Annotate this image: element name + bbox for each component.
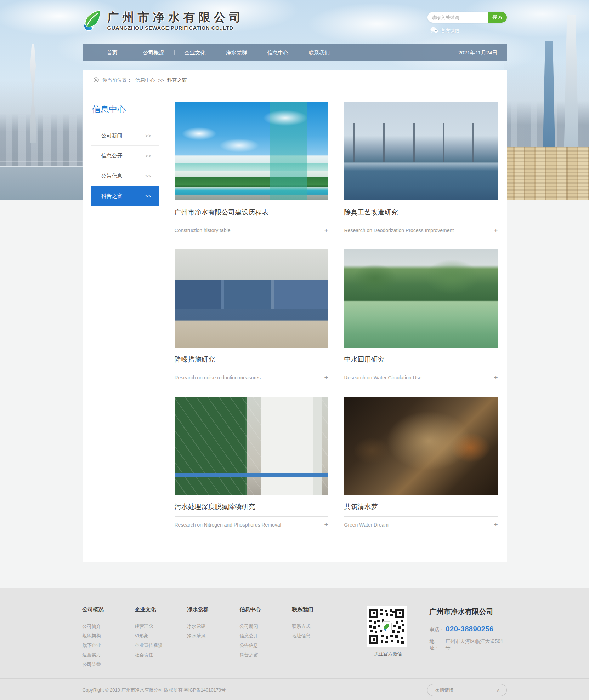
current-date: 2021年11月24日 <box>458 50 498 56</box>
card-subtitle-row[interactable]: Research on Water Circulation Use + <box>344 374 498 381</box>
plus-icon[interactable]: + <box>494 521 498 528</box>
article-card: 共筑清水梦 Green Water Dream + <box>344 397 498 528</box>
sidebar-item-info-disclosure[interactable]: 信息公开 >> <box>91 146 159 166</box>
article-card-grid: 广州市净水有限公司建设历程表 Construction history tabl… <box>175 102 498 528</box>
chevron-up-icon: ∧ <box>497 687 500 693</box>
friendly-links-dropdown[interactable]: 友情链接 ∧ <box>427 684 507 696</box>
official-wechat-link[interactable]: 官方微信 <box>427 27 507 34</box>
sidebar-title: 信息中心 <box>92 104 159 115</box>
sidebar-item-label: 信息公开 <box>101 153 123 159</box>
nav-item-company-profile[interactable]: 公司概况 <box>133 50 174 56</box>
company-headquarters-photo[interactable] <box>175 102 328 200</box>
footer-link[interactable]: 运营实力 <box>83 650 135 660</box>
card-subtitle-row[interactable]: Construction history table + <box>175 227 328 234</box>
card-subtitle-row[interactable]: Green Water Dream + <box>344 521 498 528</box>
sidebar-item-announcements[interactable]: 公告信息 >> <box>91 166 159 186</box>
card-subtitle-row[interactable]: Research on Nitrogen and Phosphorus Remo… <box>175 521 328 528</box>
card-subtitle: Research on Deodorization Process Improv… <box>344 228 454 233</box>
card-title[interactable]: 降噪措施研究 <box>175 355 328 369</box>
footer-column-party-group: 净水党群 净水党建 净水清风 <box>187 606 240 641</box>
site-footer: 公司概况 公司简介 组织架构 旗下企业 运营实力 公司荣誉 企业文化 经营理念 … <box>0 588 589 678</box>
footer-link[interactable]: 净水清风 <box>187 631 240 641</box>
address-value: 广州市天河区临江大道501号 <box>445 638 506 651</box>
location-pin-icon <box>93 77 99 84</box>
footer-link[interactable]: 科普之窗 <box>240 650 292 660</box>
plus-icon[interactable]: + <box>494 374 498 381</box>
double-chevron-right-icon: >> <box>145 194 151 199</box>
wechat-label: 官方微信 <box>441 28 459 34</box>
card-subtitle: Construction history table <box>175 228 231 233</box>
company-logo[interactable]: 广州市净水有限公司 GUANGZHOU SEWAGE PURIFICATION … <box>83 9 244 33</box>
canton-tower-antenna <box>33 12 33 45</box>
breadcrumb-current-page[interactable]: 科普之窗 <box>167 77 187 84</box>
breadcrumb-info-center-link[interactable]: 信息中心 <box>135 77 155 84</box>
wechat-qr-block: 关注官方微信 <box>367 606 410 657</box>
sidebar-item-label: 公告信息 <box>101 173 123 179</box>
plus-icon[interactable]: + <box>324 374 328 381</box>
plus-icon[interactable]: + <box>324 227 328 234</box>
friendly-links-label: 友情链接 <box>435 687 454 693</box>
sidebar-item-label: 科普之窗 <box>101 193 123 200</box>
footer-link[interactable]: 社会责任 <box>135 650 187 660</box>
nav-item-contact-us[interactable]: 联系我们 <box>299 50 340 56</box>
deodorization-plant-photo[interactable] <box>344 102 498 200</box>
footer-link[interactable]: 公告信息 <box>240 641 292 650</box>
green-pond-photo[interactable] <box>344 249 498 348</box>
children-playing-in-water-photo[interactable] <box>344 397 498 495</box>
plus-icon[interactable]: + <box>494 227 498 234</box>
banner-skyline-scene <box>504 0 589 200</box>
wechat-qr-code <box>367 606 407 647</box>
footer-link[interactable]: 公司新闻 <box>240 621 292 631</box>
footer-link[interactable]: 地址信息 <box>292 631 345 641</box>
double-chevron-right-icon: >> <box>145 133 151 138</box>
footer-link[interactable]: 公司简介 <box>83 621 135 631</box>
search-input[interactable] <box>427 12 488 23</box>
footer-link[interactable]: 组织架构 <box>83 631 135 641</box>
footer-link[interactable]: 旗下企业 <box>83 641 135 650</box>
footer-link[interactable]: 经营理念 <box>135 621 187 631</box>
card-subtitle-row[interactable]: Research on Deodorization Process Improv… <box>344 227 498 234</box>
breadcrumb-prefix: 你当前位置： <box>102 77 132 84</box>
article-card: 除臭工艺改造研究 Research on Deodorization Proce… <box>344 102 498 234</box>
sidebar-item-company-news[interactable]: 公司新闻 >> <box>91 126 159 146</box>
article-card: 降噪措施研究 Research on noise reduction measu… <box>175 249 328 381</box>
footer-company-name: 广州市净水有限公司 <box>430 607 507 616</box>
logo-title-en: GUANGZHOU SEWAGE PURIFICATION CO.,LTD <box>107 25 244 31</box>
card-subtitle-row[interactable]: Research on noise reduction measures + <box>175 374 328 381</box>
card-title[interactable]: 污水处理深度脱氮除磷研究 <box>175 503 328 517</box>
footer-link[interactable]: 联系方式 <box>292 621 345 631</box>
nav-item-party-group[interactable]: 净水党群 <box>216 50 257 56</box>
footer-column-contact-us: 联系我们 联系方式 地址信息 <box>292 606 345 641</box>
footer-link[interactable]: VI形象 <box>135 631 187 641</box>
sidebar-info-center: 信息中心 公司新闻 >> 信息公开 >> 公告信息 >> 科普之窗 >> <box>91 102 159 528</box>
footer-link[interactable]: 公司荣誉 <box>83 660 135 669</box>
nav-item-home[interactable]: 首页 <box>92 50 133 56</box>
content-panel: 你当前位置： 信息中心 >> 科普之窗 信息中心 公司新闻 >> 信息公开 >>… <box>83 70 507 562</box>
card-title[interactable]: 广州市净水有限公司建设历程表 <box>175 208 328 222</box>
footer-link[interactable]: 净水党建 <box>187 621 240 631</box>
site-header: 广州市净水有限公司 GUANGZHOU SEWAGE PURIFICATION … <box>83 0 507 44</box>
address-label: 地址： <box>430 638 444 651</box>
footer-column-title: 公司概况 <box>83 606 135 613</box>
plus-icon[interactable]: + <box>324 521 328 528</box>
footer-link[interactable]: 企业宣传视频 <box>135 641 187 650</box>
noise-reduction-equipment-photo[interactable] <box>175 249 328 348</box>
banner-residential-buildings <box>504 147 589 200</box>
nav-item-corporate-culture[interactable]: 企业文化 <box>175 50 216 56</box>
card-title[interactable]: 共筑清水梦 <box>344 503 498 517</box>
wechat-icon <box>430 27 438 34</box>
card-subtitle: Research on Nitrogen and Phosphorus Remo… <box>175 522 281 528</box>
search-button[interactable]: 搜索 <box>488 12 507 23</box>
footer-column-title: 企业文化 <box>135 606 187 613</box>
nav-item-info-center[interactable]: 信息中心 <box>257 50 299 56</box>
breadcrumb: 你当前位置： 信息中心 >> 科普之窗 <box>83 70 507 90</box>
footer-column-title: 联系我们 <box>292 606 345 613</box>
card-title[interactable]: 中水回用研究 <box>344 355 498 369</box>
sidebar-item-science-window-active[interactable]: 科普之窗 >> <box>91 186 159 206</box>
qr-caption: 关注官方微信 <box>367 651 410 657</box>
sidebar-item-label: 公司新闻 <box>101 132 123 139</box>
card-title[interactable]: 除臭工艺改造研究 <box>344 208 498 222</box>
footer-link[interactable]: 信息公开 <box>240 631 292 641</box>
treatment-tank-photo[interactable] <box>175 397 328 495</box>
article-card: 中水回用研究 Research on Water Circulation Use… <box>344 249 498 381</box>
